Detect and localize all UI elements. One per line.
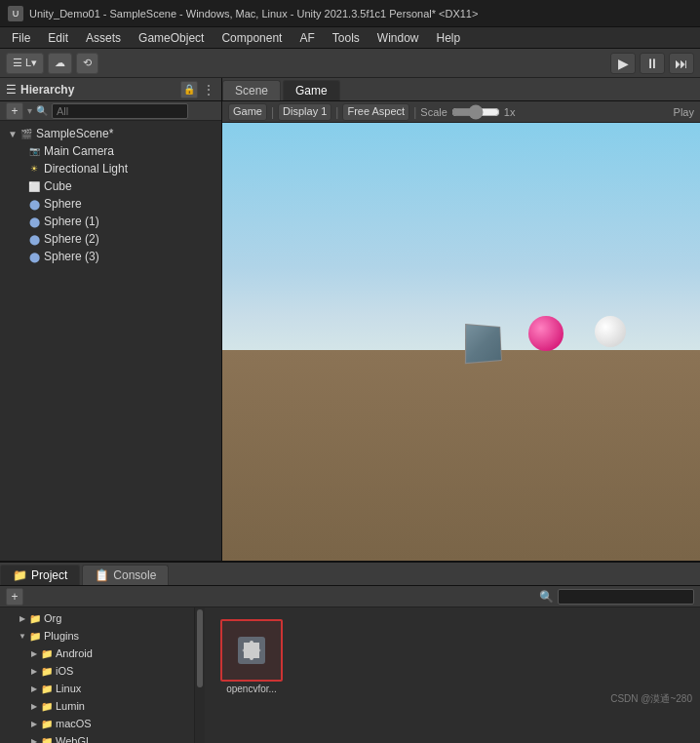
menu-help[interactable]: Help [429, 29, 469, 47]
file-tree-org[interactable]: ▶ 📁 Org [0, 609, 194, 627]
scene-viewport[interactable] [222, 123, 700, 561]
tree-label-sphere3: Sphere (3) [44, 250, 99, 263]
macos-arrow: ▶ [29, 719, 39, 728]
file-label-android: Android [56, 647, 93, 659]
file-tree-ios[interactable]: ▶ 📁 iOS [0, 662, 194, 680]
tree-item-sphere[interactable]: ⬤ Sphere [0, 195, 221, 213]
hierarchy-header: ☰ Hierarchy 🔒 ⋮ [0, 78, 221, 101]
linux-folder-icon: 📁 [41, 683, 53, 694]
webgl-folder-icon: 📁 [41, 735, 53, 743]
scene-area: Scene Game Game | Display 1 | Free Aspec… [222, 78, 700, 561]
tree-label-directionallight: Directional Light [44, 162, 128, 176]
display-select[interactable]: Display 1 [278, 103, 331, 121]
scene-sphere-pink [528, 316, 564, 351]
tree-label-sphere: Sphere [44, 197, 82, 211]
file-tree-linux[interactable]: ▶ 📁 Linux [0, 680, 194, 697]
scene-cube-object [465, 323, 502, 363]
org-folder-icon: 📁 [29, 612, 41, 624]
sphere-icon: ⬤ [27, 197, 41, 211]
menu-assets[interactable]: Assets [78, 29, 129, 47]
hierarchy-lock-button[interactable]: 🔒 [180, 81, 198, 98]
file-tree-macos[interactable]: ▶ 📁 macOS [0, 715, 194, 732]
tab-console[interactable]: 📋 Console [82, 565, 169, 585]
hierarchy-add-button[interactable]: + [6, 102, 23, 120]
tree-label-sphere2: Sphere (2) [44, 232, 99, 246]
scene-tabs: Scene Game [222, 78, 700, 101]
title-bar: U Unity_Demo01 - SampleScene - Windows, … [0, 0, 700, 27]
unity-logo-icon: U [8, 6, 23, 21]
project-search-icon: 🔍 [539, 590, 554, 604]
asset-item-opencvfor[interactable]: opencvfor... [216, 619, 287, 694]
tree-item-sphere3[interactable]: ⬤ Sphere (3) [0, 248, 221, 265]
tab-scene[interactable]: Scene [222, 80, 281, 100]
android-arrow: ▶ [29, 648, 39, 658]
file-label-plugins: Plugins [44, 630, 79, 642]
pause-button[interactable]: ⏸ [640, 53, 665, 74]
file-tree-plugins[interactable]: ▼ 📁 Plugins [0, 627, 194, 645]
puzzle-piece-icon [234, 633, 269, 668]
tree-item-sphere1[interactable]: ⬤ Sphere (1) [0, 213, 221, 230]
menu-edit[interactable]: Edit [40, 29, 76, 47]
step-button[interactable]: ⏭ [669, 53, 694, 74]
tree-label-sphere1: Sphere (1) [44, 215, 99, 228]
project-add-button[interactable]: + [6, 588, 23, 606]
tree-item-maincamera[interactable]: 📷 Main Camera [0, 142, 221, 160]
tree-item-directionallight[interactable]: ☀ Directional Light [0, 160, 221, 177]
title-text: Unity_Demo01 - SampleScene - Windows, Ma… [29, 8, 478, 20]
sphere3-icon: ⬤ [27, 250, 41, 263]
play-label: Play [674, 106, 694, 118]
game-label[interactable]: Game [228, 103, 267, 121]
cloud-button[interactable]: ☁ [48, 53, 72, 74]
plugins-arrow: ▼ [18, 631, 27, 641]
tree-item-samplescene[interactable]: ▼ 🎬 SampleScene* [0, 125, 221, 142]
layout-label: L▾ [25, 57, 37, 69]
menu-file[interactable]: File [4, 29, 38, 47]
tab-project[interactable]: 📁 Project [0, 565, 80, 585]
ios-folder-icon: 📁 [41, 665, 53, 677]
menu-tools[interactable]: Tools [325, 29, 368, 47]
asset-label-opencvfor: opencvfor... [226, 684, 277, 694]
bottom-panel: 📁 Project 📋 Console + 🔍 ▶ 📁 Org ▼ 📁 [0, 561, 700, 743]
tree-item-cube[interactable]: ⬜ Cube [0, 177, 221, 195]
scale-label: Scale [420, 106, 447, 118]
hierarchy-search-input[interactable] [52, 103, 188, 119]
ios-arrow: ▶ [29, 666, 39, 676]
scale-slider[interactable] [451, 105, 500, 119]
console-tab-label: Console [113, 568, 156, 582]
file-tree-webgl[interactable]: ▶ 📁 WebGL [0, 732, 194, 743]
hierarchy-more-button[interactable]: ⋮ [202, 83, 215, 97]
hierarchy-menu-icon: ☰ [6, 83, 17, 97]
project-search-input[interactable] [558, 589, 694, 605]
file-tree-android[interactable]: ▶ 📁 Android [0, 645, 194, 662]
layout-icon: ☰ [13, 57, 22, 69]
hierarchy-dropdown-icon[interactable]: ▾ [27, 105, 32, 116]
hierarchy-search-icon: 🔍 [36, 105, 48, 116]
tree-label-samplescene: SampleScene* [36, 127, 113, 140]
menu-window[interactable]: Window [369, 29, 427, 47]
linux-arrow: ▶ [29, 684, 39, 693]
tree-item-sphere2[interactable]: ⬤ Sphere (2) [0, 230, 221, 248]
hierarchy-search-bar: + ▾ 🔍 [0, 101, 221, 121]
menu-component[interactable]: Component [214, 29, 290, 47]
file-tree-lumin[interactable]: ▶ 📁 Lumin [0, 697, 194, 715]
menu-af[interactable]: AF [292, 29, 322, 47]
aspect-select[interactable]: Free Aspect [342, 103, 409, 121]
toolbar: ☰ L▾ ☁ ⟲ ▶ ⏸ ⏭ [0, 49, 700, 78]
file-label-ios: iOS [56, 665, 73, 677]
play-button[interactable]: ▶ [610, 53, 636, 74]
file-label-linux: Linux [56, 683, 81, 694]
tab-game[interactable]: Game [283, 80, 340, 100]
collab-button[interactable]: ⟲ [76, 53, 98, 74]
toolbar-sep2: | [335, 105, 338, 119]
file-tree-scrollbar[interactable] [195, 607, 205, 743]
project-tab-icon: 📁 [13, 568, 27, 582]
menu-gameobject[interactable]: GameObject [131, 29, 212, 47]
tree-label-cube: Cube [44, 179, 72, 193]
scroll-thumb[interactable] [197, 609, 203, 687]
hierarchy-title: Hierarchy [20, 83, 74, 97]
watermark: CSDN @漠通~280 [610, 692, 692, 706]
layout-toggle-button[interactable]: ☰ L▾ [6, 53, 44, 74]
console-tab-icon: 📋 [95, 568, 109, 582]
scene-toolbar: Game | Display 1 | Free Aspect | Scale 1… [222, 101, 700, 123]
plugins-folder-icon: 📁 [29, 630, 41, 642]
